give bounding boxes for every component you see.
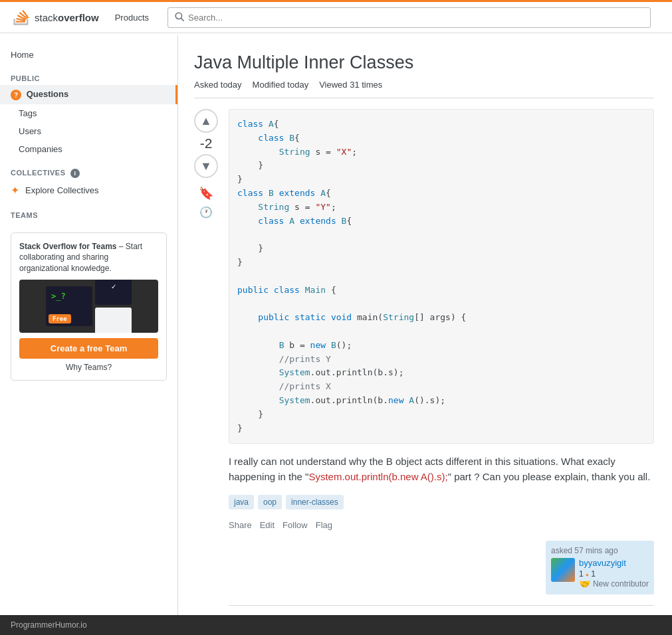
action-bar: Share Edit Follow Flag	[229, 520, 654, 530]
bookmark-button[interactable]: 🔖	[199, 186, 213, 201]
user-name[interactable]: byyavuzyigit	[579, 558, 649, 568]
asked-time: asked 57 mins ago	[551, 546, 649, 555]
handshake-icon: 🤝	[579, 579, 590, 589]
asked-meta: Asked today	[194, 80, 242, 90]
code-block: class A{ class B{ String s = "X"; } } cl…	[229, 109, 654, 444]
teams-mini-card-1: ✓	[95, 280, 132, 305]
sidebar-item-questions[interactable]: Questions	[0, 85, 177, 104]
topbar: stackoverflow Products	[0, 0, 672, 33]
sidebar-teams-label: TEAMS ✕	[0, 201, 177, 222]
content-cell: class A{ class B{ String s = "X"; } } cl…	[229, 109, 654, 635]
user-card: asked 57 mins ago byyavuzyigit 1 ● 1	[546, 541, 654, 594]
history-button[interactable]: 🕐	[199, 206, 213, 219]
sidebar-item-users[interactable]: Users	[0, 122, 177, 140]
search-input[interactable]	[188, 13, 643, 23]
sidebar-item-companies[interactable]: Companies	[0, 140, 177, 158]
svg-line-1	[181, 18, 183, 21]
question-body: ▲ -2 ▼ 🔖 🕐 class A{ class B{ String s = …	[194, 109, 654, 635]
search-icon	[175, 12, 184, 23]
downvote-button[interactable]: ▼	[194, 154, 218, 178]
question-title: Java Multiple Inner Classes	[194, 51, 654, 74]
products-nav-item[interactable]: Products	[110, 10, 154, 25]
teams-box: Stack Overflow for Teams – Start collabo…	[11, 232, 167, 381]
sidebar-public-label: PUBLIC	[0, 64, 177, 85]
user-avatar	[551, 558, 575, 582]
teams-title: Stack Overflow for Teams	[19, 242, 117, 251]
search-bar[interactable]	[168, 7, 651, 28]
user-card-row: asked 57 mins ago byyavuzyigit 1 ● 1	[229, 541, 654, 594]
question-meta: Asked today Modified today Viewed 31 tim…	[194, 80, 654, 98]
main-content: Java Multiple Inner Classes Asked today …	[178, 35, 670, 635]
collectives-info-icon[interactable]: i	[70, 169, 80, 178]
free-badge: Free	[49, 314, 71, 323]
tag-oop[interactable]: oop	[258, 495, 282, 509]
tag-inner-classes[interactable]: inner-classes	[286, 495, 344, 509]
teams-description: Stack Overflow for Teams – Start collabo…	[19, 241, 158, 274]
new-contributor-label: 🤝 New contributor	[579, 579, 649, 589]
vote-cell: ▲ -2 ▼ 🔖 🕐	[194, 109, 218, 635]
tags-row: java oop inner-classes	[229, 495, 654, 509]
upvote-button[interactable]: ▲	[194, 109, 218, 133]
sidebar-item-tags[interactable]: Tags	[0, 104, 177, 122]
flag-link[interactable]: Flag	[316, 520, 332, 530]
sidebar: Home PUBLIC Questions Tags Users Compani…	[0, 35, 178, 635]
create-team-button[interactable]: Create a free Team	[19, 338, 158, 359]
code-content: class A{ class B{ String s = "X"; } } cl…	[237, 118, 645, 435]
user-rep: 1 ● 1	[579, 569, 596, 579]
footer-site-link[interactable]: ProgrammerHumor.io	[11, 620, 87, 630]
logo-text: stackoverflow	[35, 12, 99, 23]
edit-link[interactable]: Edit	[260, 520, 275, 530]
logo[interactable]: stackoverflow	[11, 5, 99, 30]
footer-bar: ProgrammerHumor.io	[0, 615, 672, 635]
teams-mini-card-2	[95, 308, 132, 333]
tag-java[interactable]: java	[229, 495, 254, 509]
share-link[interactable]: Share	[229, 520, 252, 530]
sidebar-collectives-label: COLLECTIVES i	[0, 158, 177, 181]
follow-link[interactable]: Follow	[282, 520, 308, 530]
topbar-nav: Products	[110, 10, 157, 25]
teams-illustration: >_? Free ✓	[19, 280, 158, 333]
user-info: byyavuzyigit 1 ● 1 🤝 New contributor	[579, 558, 649, 589]
collectives-star-icon: ✦	[11, 185, 23, 197]
rep-dot: ●	[586, 572, 589, 578]
page-wrapper: Home PUBLIC Questions Tags Users Compani…	[0, 35, 672, 635]
section-divider	[229, 605, 654, 606]
viewed-meta: Viewed 31 times	[319, 80, 382, 90]
modified-meta: Modified today	[253, 80, 309, 90]
sidebar-item-home[interactable]: Home	[0, 46, 177, 64]
vote-count: -2	[200, 136, 213, 151]
why-teams-link[interactable]: Why Teams?	[19, 363, 158, 372]
terminal-box: >_? Free	[46, 286, 92, 326]
sidebar-item-explore-collectives[interactable]: ✦ Explore Collectives	[0, 181, 177, 201]
questions-icon	[11, 90, 21, 100]
question-text: I really can not understand why the B ob…	[229, 454, 654, 484]
